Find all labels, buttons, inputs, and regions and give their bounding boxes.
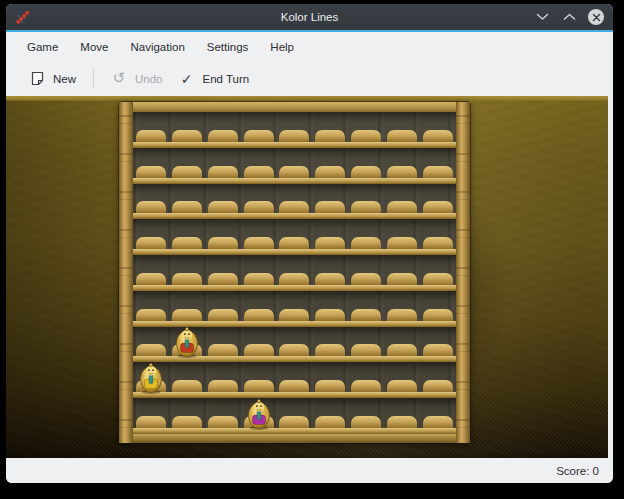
window-title: Kolor Lines (281, 11, 339, 23)
board-top-beam (119, 102, 470, 112)
game-board (119, 102, 470, 443)
toolbar-separator (93, 68, 94, 89)
toolbar: New ↺ Undo ✓ End Turn (6, 61, 613, 96)
statusbar: Score: 0 (6, 458, 613, 483)
app-window: Kolor Lines Game Move Navigation (6, 4, 613, 483)
menu-help[interactable]: Help (259, 37, 305, 57)
checkmark-icon: ✓ (179, 71, 195, 87)
undo-label: Undo (135, 73, 163, 85)
titlebar[interactable]: Kolor Lines (6, 4, 613, 30)
board-pieces-layer (133, 112, 456, 434)
game-area (6, 96, 608, 458)
menu-settings[interactable]: Settings (196, 37, 260, 57)
document-new-icon (29, 71, 45, 87)
undo-arrow-icon: ↺ (111, 70, 127, 86)
klines-app-icon[interactable] (15, 9, 31, 25)
end-turn-button[interactable]: ✓ End Turn (171, 66, 258, 92)
game-piece-red[interactable] (174, 326, 200, 358)
chevron-down-icon (536, 13, 549, 21)
game-piece-purple[interactable] (246, 398, 272, 430)
score-text: Score: 0 (556, 465, 599, 477)
new-game-button[interactable]: New (21, 66, 84, 92)
chevron-up-icon (563, 13, 576, 21)
board-bottom-beam (119, 434, 470, 443)
end-turn-label: End Turn (203, 73, 250, 85)
menu-navigation[interactable]: Navigation (119, 37, 195, 57)
board-right-pillar (456, 102, 470, 443)
menu-move[interactable]: Move (69, 37, 119, 57)
board-left-pillar (119, 102, 133, 443)
menu-game[interactable]: Game (16, 37, 69, 57)
close-button[interactable] (588, 9, 604, 25)
new-game-label: New (53, 73, 76, 85)
minimize-button[interactable] (534, 9, 550, 25)
undo-button[interactable]: ↺ Undo (103, 66, 171, 92)
close-x-icon (592, 13, 601, 22)
maximize-button[interactable] (561, 9, 577, 25)
game-piece-yellow[interactable] (138, 362, 164, 394)
menubar: Game Move Navigation Settings Help (6, 32, 613, 61)
